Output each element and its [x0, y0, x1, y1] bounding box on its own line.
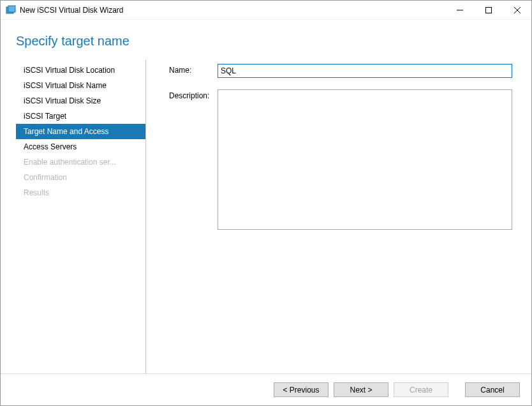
previous-button[interactable]: < Previous [274, 382, 329, 397]
step-disk-size[interactable]: iSCSI Virtual Disk Size [16, 93, 145, 109]
svg-rect-3 [485, 7, 491, 13]
description-textarea[interactable] [218, 89, 512, 230]
step-confirmation: Confirmation [16, 170, 145, 185]
svg-rect-1 [8, 6, 15, 12]
wizard-steps-sidebar: iSCSI Virtual Disk Location iSCSI Virtua… [16, 60, 146, 373]
step-results: Results [16, 185, 145, 200]
next-button[interactable]: Next > [334, 382, 388, 397]
step-access-servers[interactable]: Access Servers [16, 139, 145, 154]
titlebar: New iSCSI Virtual Disk Wizard [1, 1, 531, 20]
button-bar: < Previous Next > Create Cancel [1, 373, 531, 405]
name-label: Name: [169, 64, 218, 75]
step-enable-authentication: Enable authentication ser... [16, 154, 145, 170]
step-disk-name[interactable]: iSCSI Virtual Disk Name [16, 78, 145, 93]
step-target-name-access[interactable]: Target Name and Access [16, 124, 145, 139]
maximize-button[interactable] [474, 1, 503, 20]
step-iscsi-target[interactable]: iSCSI Target [16, 109, 145, 124]
cancel-button[interactable]: Cancel [465, 382, 520, 397]
page-header: Specify target name [1, 20, 531, 60]
create-button: Create [394, 382, 448, 397]
wizard-icon [6, 5, 16, 15]
main-pane: Name: Description: [146, 60, 516, 373]
name-input[interactable] [218, 64, 512, 78]
description-row: Description: [169, 89, 512, 230]
minimize-button[interactable] [445, 1, 474, 20]
step-disk-location[interactable]: iSCSI Virtual Disk Location [16, 63, 145, 78]
content: iSCSI Virtual Disk Location iSCSI Virtua… [1, 60, 531, 373]
window-title: New iSCSI Virtual Disk Wizard [20, 6, 445, 15]
window-controls [445, 1, 531, 20]
close-button[interactable] [503, 1, 531, 20]
page-title: Specify target name [16, 34, 516, 49]
name-row: Name: [169, 64, 512, 78]
description-label: Description: [169, 89, 218, 100]
